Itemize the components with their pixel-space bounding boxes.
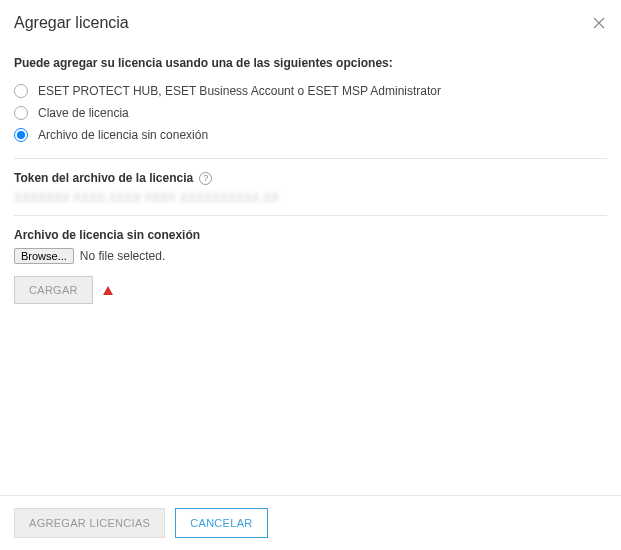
option-label: ESET PROTECT HUB, ESET Business Account … xyxy=(38,84,441,98)
token-value: XXXXXXX XXXX XXXX XXXX XXXXXXXXXX XX xyxy=(14,191,607,205)
intro-text: Puede agregar su licencia usando una de … xyxy=(14,56,607,70)
file-picker-row: Browse... No file selected. xyxy=(14,248,607,264)
file-status-text: No file selected. xyxy=(80,249,165,263)
radio-icon xyxy=(14,84,28,98)
add-licenses-button[interactable]: AGREGAR LICENCIAS xyxy=(14,508,165,538)
dialog-footer: AGREGAR LICENCIAS CANCELAR xyxy=(0,495,621,550)
divider xyxy=(14,158,607,159)
browse-button[interactable]: Browse... xyxy=(14,248,74,264)
dialog-content: Puede agregar su licencia usando una de … xyxy=(0,40,621,495)
upload-button[interactable]: CARGAR xyxy=(14,276,93,304)
divider xyxy=(14,215,607,216)
token-section-label: Token del archivo de la licencia ? xyxy=(14,171,607,185)
cancel-button[interactable]: CANCELAR xyxy=(175,508,267,538)
radio-icon xyxy=(14,128,28,142)
option-label: Clave de licencia xyxy=(38,106,129,120)
close-icon[interactable] xyxy=(591,15,607,31)
license-options-group: ESET PROTECT HUB, ESET Business Account … xyxy=(14,80,607,146)
option-eset-account[interactable]: ESET PROTECT HUB, ESET Business Account … xyxy=(14,80,607,102)
option-label: Archivo de licencia sin conexión xyxy=(38,128,208,142)
option-license-key[interactable]: Clave de licencia xyxy=(14,102,607,124)
token-label-text: Token del archivo de la licencia xyxy=(14,171,193,185)
upload-row: CARGAR xyxy=(14,276,607,304)
file-section: Archivo de licencia sin conexión Browse.… xyxy=(14,228,607,304)
dialog-header: Agregar licencia xyxy=(0,0,621,40)
dialog-title: Agregar licencia xyxy=(14,14,129,32)
file-section-label: Archivo de licencia sin conexión xyxy=(14,228,607,242)
file-label-text: Archivo de licencia sin conexión xyxy=(14,228,200,242)
warning-icon xyxy=(103,286,113,295)
option-offline-file[interactable]: Archivo de licencia sin conexión xyxy=(14,124,607,146)
add-license-dialog: Agregar licencia Puede agregar su licenc… xyxy=(0,0,621,550)
radio-icon xyxy=(14,106,28,120)
help-icon[interactable]: ? xyxy=(199,172,212,185)
